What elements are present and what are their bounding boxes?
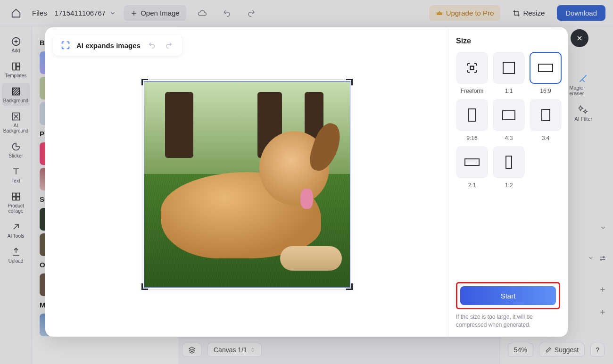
start-label: Start [501, 292, 516, 300]
modal-undo-button[interactable] [146, 40, 157, 51]
size-option-2_1[interactable] [456, 146, 488, 178]
image-canvas[interactable] [142, 79, 352, 290]
crop-handle-tr[interactable] [346, 79, 353, 85]
size-option-freeform[interactable] [456, 52, 488, 84]
size-hint: If the size is too large, it will be com… [456, 313, 560, 329]
close-icon [576, 34, 583, 42]
size-option-1_2[interactable] [493, 146, 525, 178]
freeform-icon [465, 61, 479, 74]
modal-close-button[interactable] [571, 29, 588, 47]
size-option-1_1[interactable] [493, 52, 525, 84]
ai-expand-title: AI expands images [76, 41, 141, 50]
crop-handle-br[interactable] [346, 283, 353, 290]
ai-expand-chip: AI expands images [53, 35, 182, 56]
modal-canvas-area: AI expands images [45, 27, 448, 337]
image-preview [144, 81, 350, 288]
size-option-label: 2:1 [468, 182, 476, 189]
size-option-4_3[interactable] [493, 99, 525, 131]
size-option-label: Freeform [461, 88, 484, 94]
redo-icon [165, 41, 173, 49]
crop-handle-bl[interactable] [141, 283, 148, 290]
size-option-label: 3:4 [542, 135, 550, 141]
ai-expand-modal: AI expands images [45, 27, 568, 337]
size-header: Size [456, 37, 560, 45]
undo-icon [148, 41, 156, 49]
size-option-9_16[interactable] [456, 99, 488, 131]
size-option-3_4[interactable] [530, 99, 562, 131]
modal-size-panel: Size Freeform1:116:99:164:33:42:11:2 Sta… [448, 27, 568, 337]
size-option-16_9[interactable] [530, 52, 562, 84]
size-option-label: 4:3 [505, 135, 513, 141]
expand-icon [60, 40, 71, 50]
size-option-label: 9:16 [466, 135, 477, 141]
size-option-label: 16:9 [540, 88, 551, 94]
svg-rect-15 [471, 66, 474, 70]
size-option-label: 1:2 [505, 182, 513, 189]
size-option-label: 1:1 [505, 88, 513, 94]
start-button[interactable]: Start [460, 286, 556, 305]
size-options-grid: Freeform1:116:99:164:33:42:11:2 [456, 52, 560, 189]
start-button-highlight: Start [456, 282, 560, 309]
modal-redo-button[interactable] [163, 40, 174, 51]
crop-handle-tl[interactable] [141, 79, 148, 85]
